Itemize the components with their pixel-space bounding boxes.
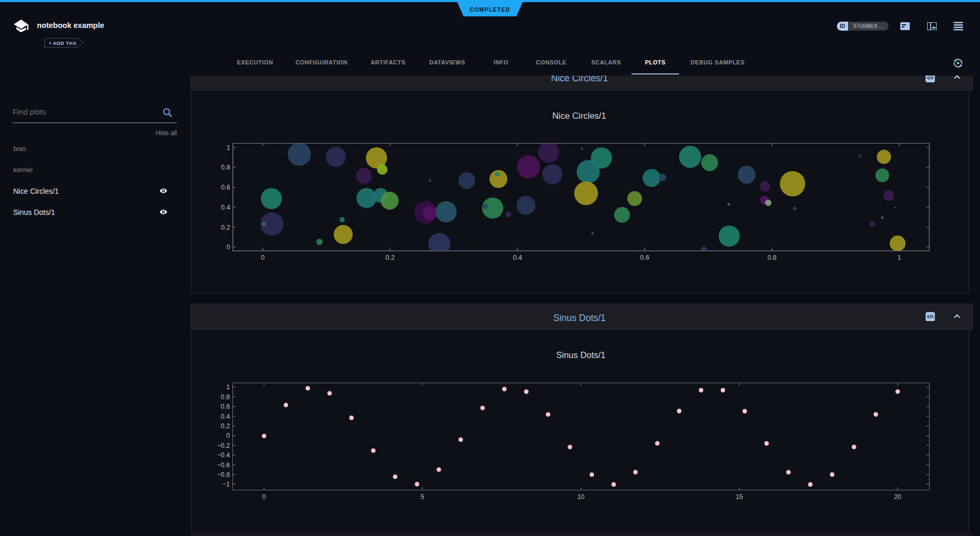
svg-text:−0.6: −0.6 bbox=[217, 462, 230, 469]
svg-text:0.4: 0.4 bbox=[513, 254, 522, 261]
svg-text:10: 10 bbox=[577, 493, 585, 501]
svg-text:−1: −1 bbox=[222, 481, 230, 488]
svg-text:0.6: 0.6 bbox=[221, 184, 230, 191]
svg-text:0.8: 0.8 bbox=[221, 393, 230, 401]
svg-text:0.6: 0.6 bbox=[640, 254, 649, 261]
svg-text:1: 1 bbox=[898, 254, 901, 261]
svg-text:0.6: 0.6 bbox=[221, 403, 230, 410]
svg-text:+: + bbox=[49, 40, 52, 46]
svg-text:0.2: 0.2 bbox=[385, 254, 394, 261]
svg-text:−0.2: −0.2 bbox=[217, 442, 230, 449]
svg-text:15: 15 bbox=[736, 493, 743, 501]
svg-text:1: 1 bbox=[227, 383, 230, 391]
svg-text:COMPLETED: COMPLETED bbox=[470, 6, 511, 13]
svg-text:−0.4: −0.4 bbox=[217, 452, 230, 459]
svg-text:Nice Circles/1: Nice Circles/1 bbox=[552, 111, 606, 120]
svg-text:0.2: 0.2 bbox=[221, 224, 230, 231]
svg-text:0.8: 0.8 bbox=[767, 254, 776, 261]
svg-text:0.4: 0.4 bbox=[221, 204, 230, 211]
svg-text:0: 0 bbox=[227, 243, 230, 251]
svg-text:0.2: 0.2 bbox=[221, 422, 230, 430]
svg-text:0.8: 0.8 bbox=[221, 164, 230, 171]
svg-text:5: 5 bbox=[421, 493, 425, 501]
svg-text:20: 20 bbox=[894, 493, 901, 501]
svg-text:ADD TAG: ADD TAG bbox=[53, 40, 77, 46]
svg-text:0: 0 bbox=[262, 493, 266, 501]
svg-text:Sinus Dots/1: Sinus Dots/1 bbox=[556, 350, 606, 360]
svg-text:0: 0 bbox=[261, 254, 265, 261]
svg-text:1: 1 bbox=[227, 144, 230, 152]
svg-text:−0.8: −0.8 bbox=[217, 471, 230, 478]
svg-text:0.4: 0.4 bbox=[221, 413, 230, 420]
svg-text:0: 0 bbox=[227, 432, 230, 439]
